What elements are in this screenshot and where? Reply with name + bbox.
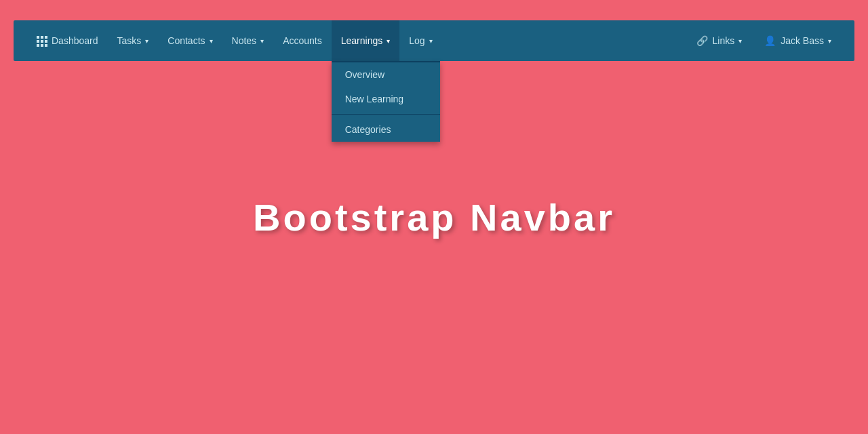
user-icon: 👤 <box>764 35 776 46</box>
page-title: Bootstrap Navbar <box>253 195 615 239</box>
dashboard-label: Dashboard <box>52 35 98 46</box>
navbar-left: Dashboard Tasks ▾ Contacts ▾ Notes ▾ Acc… <box>27 20 442 61</box>
navbar: Dashboard Tasks ▾ Contacts ▾ Notes ▾ Acc… <box>14 20 854 61</box>
contacts-caret: ▾ <box>210 37 213 45</box>
accounts-label: Accounts <box>283 35 322 46</box>
nav-item-accounts[interactable]: Accounts <box>273 20 332 61</box>
nav-item-learnings[interactable]: Learnings ▾ Overview New Learning Catego… <box>332 20 400 61</box>
nav-item-tasks[interactable]: Tasks ▾ <box>108 20 159 61</box>
log-caret: ▾ <box>429 37 433 45</box>
dropdown-item-categories[interactable]: Categories <box>332 117 440 142</box>
tasks-caret: ▾ <box>145 37 149 45</box>
contacts-label: Contacts <box>167 35 205 46</box>
dropdown-divider <box>332 114 440 115</box>
nav-item-log[interactable]: Log ▾ <box>399 20 441 61</box>
user-label: Jack Bass <box>781 35 824 46</box>
navbar-right: 🔗 Links ▾ 👤 Jack Bass ▾ <box>687 20 842 61</box>
nav-item-contacts[interactable]: Contacts ▾ <box>158 20 222 61</box>
links-label: Links <box>713 35 735 46</box>
grid-icon <box>37 36 46 45</box>
tasks-label: Tasks <box>117 35 142 46</box>
dropdown-item-new-learning[interactable]: New Learning <box>332 87 440 111</box>
link-icon: 🔗 <box>696 35 708 46</box>
nav-item-dashboard[interactable]: Dashboard <box>27 20 108 61</box>
nav-item-notes[interactable]: Notes ▾ <box>222 20 274 61</box>
learnings-label: Learnings <box>341 35 383 46</box>
nav-item-user[interactable]: 👤 Jack Bass ▾ <box>755 20 841 61</box>
dropdown-item-overview[interactable]: Overview <box>332 62 440 87</box>
learnings-dropdown-menu: Overview New Learning Categories <box>332 61 440 142</box>
learnings-caret: ▾ <box>387 37 390 45</box>
log-label: Log <box>409 35 425 46</box>
nav-item-links[interactable]: 🔗 Links ▾ <box>687 20 752 61</box>
notes-caret: ▾ <box>260 37 264 45</box>
links-caret: ▾ <box>738 37 742 45</box>
user-caret: ▾ <box>828 37 831 45</box>
notes-label: Notes <box>232 35 257 46</box>
